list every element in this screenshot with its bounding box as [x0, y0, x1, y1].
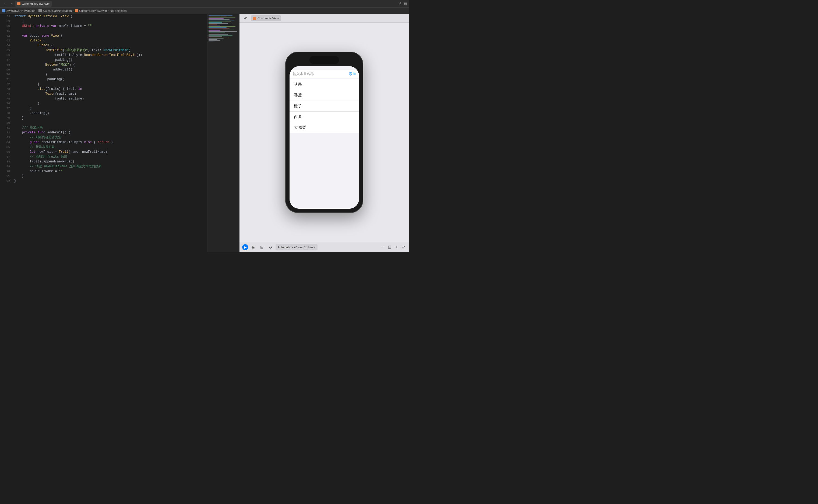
code-line-90: newFruitName = "" [14, 169, 205, 174]
breadcrumb: SwiftUICartNavigation › SwiftUICartNavig… [0, 8, 409, 14]
device-selector[interactable]: Automatic – iPhone 15 Pro ▾ [275, 244, 317, 250]
code-line-62: var body: some View { [14, 33, 205, 38]
code-line-60: @State private var newFruitName = "" [14, 24, 205, 29]
code-line-64: HStack { [14, 43, 205, 48]
breadcrumb-file[interactable]: CustomListView.swift [75, 9, 107, 12]
ln-60: 60 [2, 24, 10, 29]
fruit-item-4[interactable]: 大鸭梨 [289, 122, 359, 133]
bottom-toolbar: ▶ ◉ ⊞ ⚙ Automatic – iPhone 15 Pro ▾ − ⊡ … [239, 242, 409, 252]
code-line-72: } [14, 82, 205, 87]
nav-forward-button[interactable]: › [9, 1, 14, 6]
phone-area: 输入水果名称 添加 苹果 香蕉 橙子 西瓜 大鸭梨 [239, 23, 409, 242]
preview-tab[interactable]: CustomListView [251, 15, 281, 21]
ln-92: 92 [2, 179, 10, 183]
fruit-item-2[interactable]: 橙子 [289, 101, 359, 112]
split-editor-icon[interactable]: ⇄ [398, 2, 401, 6]
ln-79: 79 [2, 116, 10, 120]
breadcrumb-project[interactable]: SwiftUICartNavigation [2, 9, 36, 12]
ln-76: 76 [2, 101, 10, 106]
fruit-list-inner: 苹果 香蕉 橙子 西瓜 大鸭梨 [289, 79, 359, 133]
fruit-item-1[interactable]: 香蕉 [289, 90, 359, 101]
nav-back-button[interactable]: ‹ [2, 1, 8, 6]
folder-icon [38, 9, 42, 12]
code-line-68: Button("添加") { [14, 62, 205, 67]
ln-73: 73 [2, 87, 10, 91]
ln-53: 53 [2, 14, 10, 19]
ln-77: 77 [2, 106, 10, 111]
phone-mockup: 输入水果名称 添加 苹果 香蕉 橙子 西瓜 大鸭梨 [285, 52, 363, 213]
pin-button[interactable] [242, 15, 249, 22]
zoom-full-button[interactable]: ⤢ [400, 244, 406, 250]
tab-title-label: CustomListView.swift [22, 2, 49, 5]
ln-70: 70 [2, 72, 10, 77]
fruit-item-3[interactable]: 西瓜 [289, 112, 359, 122]
code-content[interactable]: struct DynamicListView: View { ] @State … [12, 14, 207, 252]
code-line-71: .padding() [14, 77, 205, 82]
swift-icon [75, 9, 78, 12]
ln-59: 59 [2, 19, 10, 24]
minimap-content [207, 14, 239, 43]
code-line-78: .padding() [14, 111, 205, 116]
code-line-59: ] [14, 19, 205, 24]
preview-tab-title: CustomListView [257, 17, 279, 20]
breadcrumb-selection: No Selection [110, 9, 126, 12]
ln-71: 71 [2, 77, 10, 82]
ln-69: 69 [2, 67, 10, 72]
code-line-84: guard !newFruitName.isEmpty else { retur… [14, 140, 205, 145]
code-editor[interactable]: 53 59 60 61 62 63 64 65 66 67 68 69 70 7… [0, 14, 207, 252]
breadcrumb-folder[interactable]: SwiftUICartNavigation [38, 9, 72, 12]
code-line-86: let newFruit = Fruit(name: newFruitName) [14, 150, 205, 154]
zoom-in-button[interactable]: + [393, 244, 399, 250]
phone-status-bar [289, 66, 359, 70]
ln-89: 89 [2, 164, 10, 169]
search-placeholder: 输入水果名称 [293, 72, 346, 76]
phone-notch [309, 56, 339, 64]
fruit-list: 苹果 香蕉 橙子 西瓜 大鸭梨 [289, 78, 359, 209]
ln-62: 62 [2, 33, 10, 38]
breadcrumb-selection-label: No Selection [110, 9, 126, 12]
add-button[interactable]: 添加 [349, 72, 356, 76]
zoom-out-button[interactable]: − [379, 244, 385, 250]
ln-68: 68 [2, 62, 10, 67]
ln-82: 82 [2, 130, 10, 135]
preview-panel: CustomListView 输入水果名称 添加 苹果 [239, 14, 409, 252]
code-line-88: fruits.append(newFruit) [14, 159, 205, 164]
project-icon [2, 9, 5, 12]
ln-84: 84 [2, 140, 10, 145]
code-line-53: struct DynamicListView: View { [14, 14, 205, 19]
ln-88: 88 [2, 159, 10, 164]
code-line-74: Text(fruit.name) [14, 91, 205, 96]
top-bar-right: ⇄ ▦ [398, 2, 407, 6]
main-content: 53 59 60 61 62 63 64 65 66 67 68 69 70 7… [0, 14, 409, 252]
search-bar[interactable]: 输入水果名称 添加 [289, 70, 359, 78]
minimap [207, 14, 239, 252]
active-tab[interactable]: CustomListView.swift [15, 1, 52, 7]
top-bar: ‹ › CustomListView.swift ⇄ ▦ [0, 0, 409, 8]
code-line-70: } [14, 72, 205, 77]
top-bar-left: ‹ › CustomListView.swift [2, 1, 52, 7]
code-line-85: // 新建水果对象 [14, 145, 205, 150]
ln-90: 90 [2, 169, 10, 174]
breadcrumb-sep-1: › [37, 9, 37, 12]
ln-61: 61 [2, 29, 10, 33]
fruit-item-0[interactable]: 苹果 [289, 79, 359, 90]
code-area[interactable]: 53 59 60 61 62 63 64 65 66 67 68 69 70 7… [0, 14, 207, 252]
ln-66: 66 [2, 53, 10, 58]
chevron-down-icon: ▾ [314, 246, 315, 249]
grid-layout-icon[interactable]: ▦ [403, 2, 407, 6]
code-line-69: addFruit() [14, 67, 205, 72]
code-line-66: .textFieldStyle(RoundedBorderTextFieldSt… [14, 53, 205, 58]
ln-65: 65 [2, 48, 10, 53]
code-line-82: private func addFruit() { [14, 130, 205, 135]
ln-63: 63 [2, 38, 10, 43]
device-selector-label: Automatic – iPhone 15 Pro [278, 246, 313, 249]
grid-button[interactable]: ⊞ [258, 244, 265, 251]
ln-64: 64 [2, 43, 10, 48]
zoom-controls: − ⊡ + ⤢ [379, 244, 406, 250]
ln-85: 85 [2, 145, 10, 150]
record-button[interactable]: ◉ [250, 244, 257, 251]
zoom-fit-button[interactable]: ⊡ [386, 244, 392, 250]
run-button[interactable]: ▶ [242, 244, 248, 250]
ln-67: 67 [2, 58, 10, 62]
settings-button[interactable]: ⚙ [267, 244, 274, 251]
